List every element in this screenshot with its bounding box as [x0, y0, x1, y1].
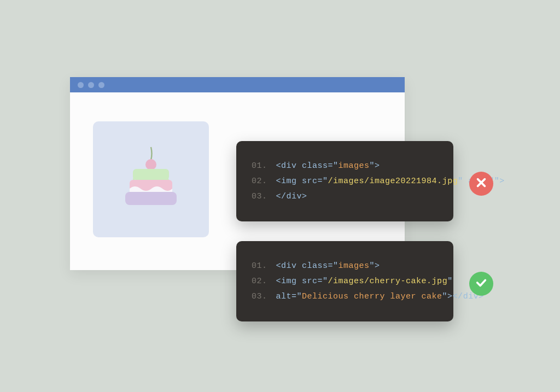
svg-rect-3	[125, 192, 177, 205]
code-token: ="	[318, 177, 328, 186]
x-icon	[475, 177, 487, 191]
code-token: div	[287, 192, 302, 201]
code-token: ">	[442, 292, 453, 301]
code-line: 02.<img src="/images/image20221984.jpg" …	[252, 174, 438, 189]
line-number: 01.	[252, 161, 267, 171]
code-line: 02.<img src="/images/cherry-cake.jpg"	[252, 274, 438, 289]
status-badge-good	[469, 272, 493, 296]
code-token: <	[276, 277, 282, 286]
code-token: ="	[291, 292, 302, 301]
code-line: 03.alt="Delicious cherry layer cake"></d…	[252, 289, 438, 305]
code-block-bad: 01.<div class="images">02.<img src="/ima…	[236, 141, 453, 221]
cake-icon	[110, 137, 192, 222]
code-token	[297, 261, 302, 271]
code-token	[297, 277, 302, 286]
svg-rect-1	[133, 169, 169, 180]
status-badge-bad	[469, 172, 493, 196]
line-number: 03.	[252, 292, 267, 301]
line-number: 02.	[252, 177, 267, 186]
code-line: 01.<div class="images">	[252, 259, 438, 274]
code-block-good: 01.<div class="images">02.<img src="/ima…	[236, 241, 453, 321]
code-token: img	[281, 177, 297, 186]
code-token: img	[281, 277, 297, 286]
code-token: images	[339, 261, 370, 271]
code-token: ="	[328, 161, 339, 171]
code-token	[463, 177, 469, 186]
code-token: /images/image20221984.jpg	[328, 177, 458, 186]
code-line: 03.</div>	[252, 189, 438, 204]
code-token: src	[302, 177, 318, 186]
code-token: src	[302, 277, 318, 286]
code-token: <	[276, 261, 282, 271]
code-token: <	[276, 177, 282, 186]
line-number: 03.	[252, 192, 267, 201]
code-token: ="	[318, 277, 328, 286]
code-token: >	[302, 192, 307, 201]
window-dot-3	[98, 82, 104, 88]
code-token: </	[453, 292, 463, 301]
code-token	[297, 177, 302, 186]
code-token: ="	[328, 261, 339, 271]
svg-point-0	[145, 159, 156, 170]
browser-titlebar	[70, 77, 405, 92]
window-dot-1	[78, 82, 84, 88]
code-token: div	[281, 261, 297, 271]
code-token: "	[458, 177, 463, 186]
code-token: "	[447, 277, 453, 286]
code-token: <	[276, 161, 282, 171]
code-token: >	[499, 177, 505, 186]
code-token: Delicious cherry layer cake	[302, 292, 442, 301]
code-token: ">	[370, 161, 380, 171]
code-token: ">	[370, 261, 380, 271]
line-number: 02.	[252, 277, 267, 286]
code-token	[297, 161, 302, 171]
check-icon	[475, 277, 487, 291]
image-placeholder	[93, 121, 209, 237]
code-token: images	[339, 161, 370, 171]
line-number: 01.	[252, 261, 267, 271]
code-token: class	[302, 261, 328, 271]
code-token: /images/cherry-cake.jpg	[328, 277, 448, 286]
window-dot-2	[88, 82, 94, 88]
code-token: div	[281, 161, 297, 171]
code-line: 01.<div class="images">	[252, 159, 438, 174]
code-token: class	[302, 161, 328, 171]
code-token: alt	[276, 292, 292, 301]
code-token: </	[276, 192, 287, 201]
